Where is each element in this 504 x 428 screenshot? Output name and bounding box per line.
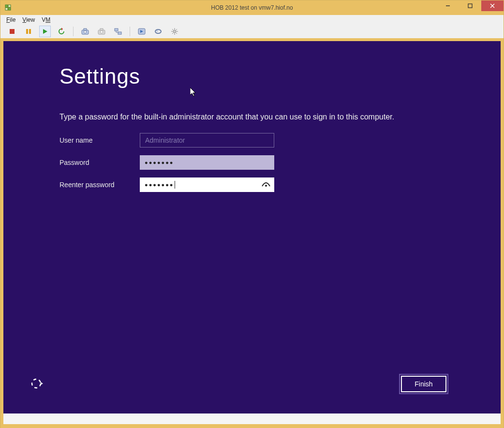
svg-marker-28 [41, 382, 43, 385]
svg-rect-2 [5, 8, 8, 10]
ease-of-access-icon[interactable] [30, 377, 43, 392]
svg-point-26 [265, 185, 267, 187]
reenter-password-field[interactable]: ●●●●●●● [140, 177, 274, 192]
svg-point-25 [173, 30, 176, 33]
finish-label: Finish [415, 380, 432, 388]
svg-rect-8 [10, 29, 15, 34]
username-label: User name [59, 136, 140, 144]
password-field[interactable]: ●●●●●●● [140, 155, 274, 170]
app-icon [4, 4, 12, 12]
cursor-icon [190, 88, 197, 99]
connect-device-icon[interactable] [152, 26, 164, 37]
pause-icon[interactable] [23, 26, 34, 37]
svg-rect-9 [26, 29, 28, 34]
svg-point-18 [101, 31, 103, 33]
svg-point-27 [32, 379, 41, 388]
snapshot-revert-icon[interactable] [96, 26, 107, 37]
toolbar [0, 25, 504, 38]
snapshot-take-icon[interactable] [79, 26, 91, 37]
svg-marker-12 [61, 28, 63, 30]
status-bar [3, 413, 501, 424]
console-wrap: Settings Type a password for the built-i… [0, 38, 504, 428]
maximize-button[interactable] [459, 0, 481, 11]
password-value: ●●●●●●● [145, 160, 174, 165]
play-icon[interactable] [39, 26, 51, 37]
menu-vm[interactable]: VM [42, 16, 50, 23]
svg-rect-3 [8, 8, 11, 10]
svg-marker-11 [43, 29, 47, 34]
settings-icon[interactable] [169, 26, 180, 37]
menu-file[interactable]: File [6, 16, 15, 23]
svg-rect-1 [8, 5, 11, 7]
svg-rect-0 [5, 5, 8, 7]
page-heading: Settings [59, 64, 140, 89]
stop-icon[interactable] [6, 26, 18, 37]
svg-point-23 [155, 30, 161, 33]
reenter-label: Reenter password [59, 181, 140, 189]
window-controls [437, 0, 504, 11]
guest-console[interactable]: Settings Type a password for the built-i… [3, 41, 501, 413]
close-button[interactable] [481, 0, 504, 11]
svg-point-15 [84, 31, 87, 33]
username-field: Administrator [140, 133, 274, 148]
reveal-password-icon[interactable] [262, 181, 270, 189]
window-titlebar: HOB 2012 test on vmw7.hiof.no [0, 0, 504, 15]
username-value: Administrator [145, 136, 185, 144]
svg-rect-17 [100, 29, 103, 30]
restart-icon[interactable] [56, 26, 67, 37]
page-description: Type a password for the built-in adminis… [59, 113, 394, 121]
menubar: File View VM [0, 15, 504, 25]
text-caret [175, 181, 175, 189]
toolbar-separator [130, 27, 130, 36]
svg-rect-19 [115, 29, 118, 31]
finish-button[interactable]: Finish [401, 376, 446, 392]
svg-marker-29 [190, 88, 195, 96]
window-title: HOB 2012 test on vmw7.hiof.no [0, 4, 504, 11]
svg-point-24 [156, 30, 158, 32]
chrome: File View VM [0, 15, 504, 38]
password-label: Password [59, 159, 140, 166]
svg-rect-20 [118, 32, 121, 34]
reenter-value: ●●●●●●● [145, 182, 174, 188]
minimize-button[interactable] [437, 0, 459, 11]
toolbar-separator [73, 27, 74, 36]
svg-rect-10 [29, 29, 31, 34]
snapshot-manage-icon[interactable] [112, 26, 124, 37]
menu-view[interactable]: View [22, 16, 35, 23]
fullscreen-icon[interactable] [136, 26, 148, 37]
svg-rect-14 [84, 29, 87, 30]
svg-rect-5 [468, 4, 472, 8]
